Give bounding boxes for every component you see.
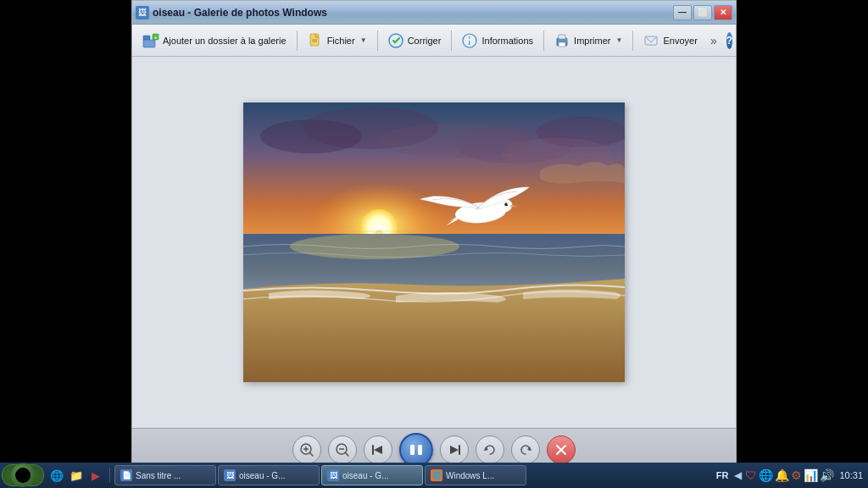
taskbar-sep-1	[109, 468, 110, 483]
info-icon: i i	[461, 32, 478, 49]
task-sans-titre[interactable]: 📄 Sans titre ...	[114, 465, 216, 485]
maximize-button[interactable]: ⬜	[693, 5, 712, 20]
tray-icon-1[interactable]: 🛡	[745, 469, 757, 482]
task-label-3: oiseau - G...	[342, 471, 388, 480]
svg-rect-41	[410, 445, 415, 455]
tray-icon-2[interactable]: 🌐	[759, 469, 773, 482]
minimize-button[interactable]: —	[673, 5, 692, 20]
svg-point-14	[565, 39, 567, 41]
task-icon-2: 🖼	[224, 469, 236, 481]
svg-point-27	[290, 234, 459, 259]
task-icon-4: 🌐	[431, 469, 442, 481]
send-icon	[643, 32, 660, 49]
print-icon	[554, 32, 570, 49]
task-oiseau-1[interactable]: 🖼 oiseau - G...	[218, 465, 320, 485]
help-button[interactable]: ?	[726, 32, 732, 49]
task-label-4: Windows L...	[446, 471, 494, 480]
task-oiseau-2[interactable]: 🖼 oiseau - G...	[321, 465, 423, 485]
tray-icon-3[interactable]: 🔔	[775, 469, 789, 482]
window-controls: — ⬜ ✕	[673, 5, 732, 20]
photo-image	[243, 103, 625, 382]
taskbar-right: FR ◀ 🛡 🌐 🔔 ⚙ 📊 🔊 10:31	[714, 469, 866, 482]
svg-rect-1	[143, 40, 155, 47]
play-button[interactable]	[399, 433, 433, 467]
title-bar-text: oiseau - Galerie de photos Windows	[153, 7, 673, 19]
taskbar-quick-launch: 🌐 📁 ▶	[47, 466, 105, 485]
file-button[interactable]: Fichier ▼	[300, 29, 374, 53]
nav-left-icon[interactable]: ◀	[732, 469, 743, 481]
rotate-right-button[interactable]	[511, 435, 540, 464]
correct-button[interactable]: Corriger	[381, 29, 448, 53]
file-label: Fichier	[327, 36, 355, 46]
file-icon	[307, 32, 324, 49]
zoom-out-button[interactable]	[328, 435, 357, 464]
correct-label: Corriger	[408, 36, 442, 46]
start-button[interactable]	[2, 464, 44, 486]
toolbar: + Ajouter un dossier à la galerie Fichie…	[132, 25, 736, 57]
language-indicator: FR	[714, 470, 732, 480]
close-button[interactable]: ✕	[714, 5, 732, 20]
ie-icon[interactable]: 🌐	[47, 466, 66, 485]
send-button[interactable]: Envoyer	[637, 29, 704, 53]
title-bar-icon: 🖼	[136, 6, 149, 19]
task-icon-1: 📄	[120, 469, 132, 481]
explorer-icon[interactable]: 📁	[67, 466, 86, 485]
add-folder-button[interactable]: + Ajouter un dossier à la galerie	[136, 29, 293, 53]
tray-icon-4[interactable]: ⚙	[791, 469, 802, 482]
system-clock: 10:31	[839, 470, 863, 480]
title-bar: 🖼 oiseau - Galerie de photos Windows — ⬜…	[132, 1, 736, 25]
svg-rect-42	[418, 445, 422, 455]
add-folder-icon: +	[142, 32, 159, 49]
svg-rect-12	[559, 35, 565, 39]
prev-button[interactable]	[364, 435, 392, 464]
add-folder-label: Ajouter un dossier à la galerie	[163, 36, 287, 46]
tray-icon-5[interactable]: 📊	[804, 469, 818, 482]
print-label: Imprimer	[574, 36, 610, 46]
task-label-2: oiseau - G...	[239, 471, 285, 480]
info-button[interactable]: i i Informations	[454, 29, 540, 53]
taskbar: 🌐 📁 ▶ 📄 Sans titre ... 🖼 oiseau - G... 🖼…	[0, 463, 868, 488]
task-windows-live[interactable]: 🌐 Windows L...	[425, 465, 526, 485]
correct-icon	[387, 32, 404, 49]
next-button[interactable]	[440, 435, 469, 464]
print-chevron: ▼	[616, 36, 623, 44]
volume-icon[interactable]: 🔊	[820, 469, 834, 482]
task-label-1: Sans titre ...	[136, 471, 181, 480]
print-button[interactable]: Imprimer ▼	[547, 29, 629, 53]
svg-text:i: i	[469, 39, 470, 47]
delete-button[interactable]	[547, 435, 576, 464]
content-area	[132, 57, 736, 428]
svg-marker-43	[450, 446, 459, 454]
svg-line-35	[310, 452, 314, 456]
toolbar-overflow-button[interactable]: »	[706, 31, 721, 50]
main-window: 🖼 oiseau - Galerie de photos Windows — ⬜…	[131, 0, 737, 471]
file-chevron: ▼	[360, 36, 367, 44]
svg-marker-39	[374, 446, 382, 454]
info-label: Informations	[481, 36, 533, 46]
photo-container	[243, 103, 625, 382]
svg-point-50	[18, 470, 28, 480]
svg-rect-15	[645, 36, 657, 45]
media-icon[interactable]: ▶	[86, 466, 105, 485]
send-label: Envoyer	[664, 36, 698, 46]
start-orb-icon	[11, 463, 35, 487]
svg-text:+: +	[154, 35, 158, 40]
rotate-left-button[interactable]	[476, 435, 504, 464]
svg-point-22	[379, 124, 531, 158]
svg-line-38	[346, 452, 349, 456]
zoom-in-button[interactable]	[292, 435, 321, 464]
system-tray: 🛡 🌐 🔔 ⚙ 📊 🔊	[745, 469, 834, 482]
svg-rect-13	[559, 42, 565, 47]
task-icon-3: 🖼	[327, 469, 339, 481]
